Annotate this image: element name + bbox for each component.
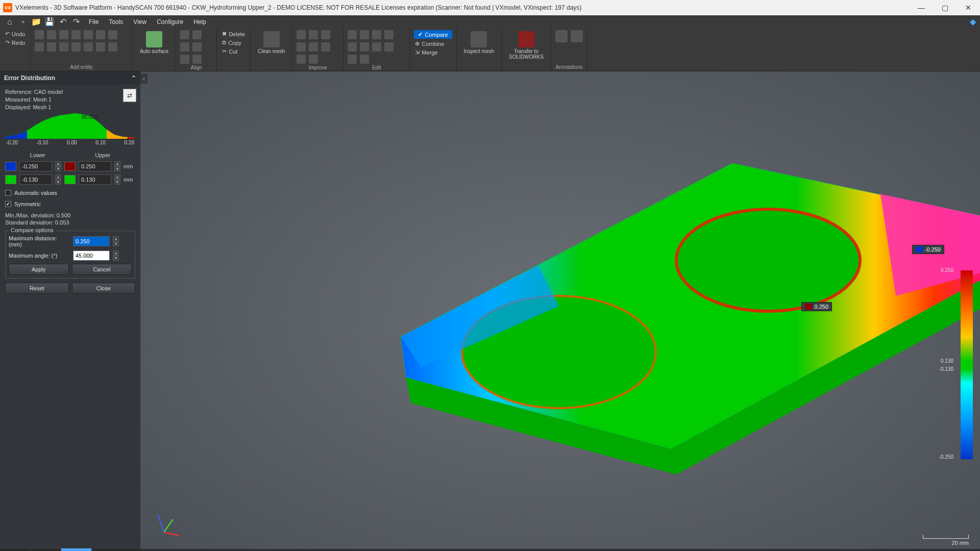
- menu-help[interactable]: Help: [188, 18, 211, 26]
- annotation-del-icon[interactable]: [571, 30, 583, 42]
- group-align: Align: [191, 65, 202, 70]
- apply-button[interactable]: Apply: [9, 264, 69, 275]
- delete-button[interactable]: ✖Delete: [221, 30, 246, 38]
- upper-range-input[interactable]: [79, 161, 111, 171]
- cancel-button[interactable]: Cancel: [72, 264, 132, 275]
- edit-1-icon[interactable]: [348, 30, 357, 39]
- panel-collapse-icon[interactable]: ⌃: [131, 74, 136, 82]
- align-1-icon[interactable]: [180, 30, 189, 39]
- entity-sphere-icon[interactable]: [47, 42, 56, 52]
- lower-tol-swatch[interactable]: [5, 175, 16, 184]
- swap-ref-meas-button[interactable]: ⇄: [123, 89, 136, 102]
- side-tab-colormap[interactable]: ▭: [61, 548, 92, 551]
- upper-tol-spinner[interactable]: ▲▼: [114, 174, 120, 185]
- close-window-button[interactable]: ✕: [957, 0, 980, 15]
- close-button[interactable]: Close: [72, 283, 136, 294]
- upper-range-swatch[interactable]: [64, 162, 76, 171]
- minimize-button[interactable]: —: [910, 0, 933, 15]
- improve-6-icon[interactable]: [321, 42, 330, 52]
- max-angle-spinner[interactable]: ▲▼: [113, 251, 119, 261]
- redo-button[interactable]: ↷Redo: [4, 39, 26, 46]
- undo-qat-icon[interactable]: ↶: [57, 16, 68, 28]
- lower-range-swatch[interactable]: [5, 162, 16, 171]
- edit-4-icon[interactable]: [384, 30, 394, 39]
- max-angle-input[interactable]: [73, 251, 110, 261]
- entity-slot-icon[interactable]: [96, 30, 105, 39]
- max-distance-input[interactable]: [73, 236, 110, 246]
- entity-surface-icon[interactable]: [108, 42, 117, 52]
- improve-5-icon[interactable]: [309, 42, 318, 52]
- improve-2-icon[interactable]: [309, 30, 318, 39]
- edit-5-icon[interactable]: [348, 42, 357, 52]
- edit-10-icon[interactable]: [360, 55, 369, 64]
- improve-1-icon[interactable]: [297, 30, 306, 39]
- annotation-add-icon[interactable]: [555, 30, 568, 42]
- upper-tol-input[interactable]: [79, 174, 111, 185]
- align-2-icon[interactable]: [192, 30, 202, 39]
- entity-line-icon[interactable]: [35, 30, 44, 39]
- entity-circle-icon[interactable]: [59, 30, 68, 39]
- improve-4-icon[interactable]: [297, 42, 306, 52]
- improve-3-icon[interactable]: [321, 30, 330, 39]
- save-icon[interactable]: 💾: [44, 16, 55, 28]
- improve-8-icon[interactable]: [309, 55, 318, 64]
- merge-button[interactable]: ⇲Merge: [414, 48, 452, 56]
- side-tab-list[interactable]: ☰: [31, 548, 61, 551]
- entity-plane-icon[interactable]: [35, 42, 44, 52]
- lower-range-input[interactable]: [19, 161, 52, 171]
- edit-7-icon[interactable]: [372, 42, 381, 52]
- maximize-button[interactable]: ▢: [933, 0, 957, 15]
- entity-vec-icon[interactable]: [84, 42, 93, 52]
- align-6-icon[interactable]: [192, 55, 202, 64]
- auto-surface-button[interactable]: Auto surface: [137, 30, 172, 55]
- entity-cyl-icon[interactable]: [59, 42, 68, 52]
- inspect-mesh-button[interactable]: Inspect mesh: [461, 30, 497, 55]
- compare-button[interactable]: ✔ Compare: [414, 30, 452, 39]
- upper-tol-swatch[interactable]: [64, 175, 76, 184]
- help-icon[interactable]: ◆: [966, 15, 980, 28]
- sidebar-collapse-handle[interactable]: ‹: [140, 73, 148, 84]
- reset-button[interactable]: Reset: [5, 283, 69, 294]
- menu-configure[interactable]: Configure: [152, 18, 188, 26]
- menu-view[interactable]: View: [128, 18, 152, 26]
- edit-6-icon[interactable]: [360, 42, 369, 52]
- align-4-icon[interactable]: [192, 42, 202, 52]
- lower-range-spinner[interactable]: ▲▼: [55, 161, 61, 171]
- transfer-solidworks-button[interactable]: Transfer toSOLIDWORKS: [506, 30, 547, 61]
- upper-range-spinner[interactable]: ▲▼: [114, 161, 120, 171]
- align-3-icon[interactable]: [180, 42, 189, 52]
- edit-9-icon[interactable]: [348, 55, 357, 64]
- copy-button[interactable]: ⧉Copy: [221, 39, 246, 46]
- callout-positive[interactable]: 0.250: [801, 302, 832, 311]
- undo-button[interactable]: ↶Undo: [4, 30, 26, 38]
- open-icon[interactable]: 📁: [31, 16, 42, 28]
- combine-button[interactable]: ⊕Combine: [414, 40, 452, 47]
- axis-gizmo[interactable]: [154, 509, 184, 540]
- callout-negative[interactable]: -0.250: [912, 245, 944, 254]
- entity-cone-icon[interactable]: [71, 42, 81, 52]
- menu-tools[interactable]: Tools: [104, 18, 128, 26]
- improve-7-icon[interactable]: [297, 55, 306, 64]
- entity-rect-icon[interactable]: [71, 30, 81, 39]
- clean-mesh-button[interactable]: Clean mesh: [255, 30, 288, 55]
- new-icon[interactable]: ▫: [17, 16, 29, 28]
- lower-tol-spinner[interactable]: ▲▼: [55, 174, 61, 185]
- viewport-3d[interactable]: ‹ -0.250 0.250: [140, 71, 980, 551]
- home-icon[interactable]: ⌂: [4, 16, 15, 28]
- entity-poly-icon[interactable]: [84, 30, 93, 39]
- symmetric-checkbox[interactable]: ✔: [5, 201, 11, 207]
- edit-3-icon[interactable]: [372, 30, 381, 39]
- entity-point-icon[interactable]: [108, 30, 117, 39]
- menu-file[interactable]: File: [84, 18, 104, 26]
- edit-8-icon[interactable]: [384, 42, 394, 52]
- align-5-icon[interactable]: [180, 55, 189, 64]
- entity-arc-icon[interactable]: [47, 30, 56, 39]
- edit-2-icon[interactable]: [360, 30, 369, 39]
- cut-button[interactable]: ✂Cut: [221, 47, 246, 55]
- side-tab-tree[interactable]: ≣: [0, 548, 31, 551]
- lower-tol-input[interactable]: [19, 174, 52, 185]
- redo-qat-icon[interactable]: ↷: [70, 16, 82, 28]
- entity-curve-icon[interactable]: [96, 42, 105, 52]
- max-distance-spinner[interactable]: ▲▼: [113, 236, 119, 246]
- automatic-values-checkbox[interactable]: [5, 190, 11, 196]
